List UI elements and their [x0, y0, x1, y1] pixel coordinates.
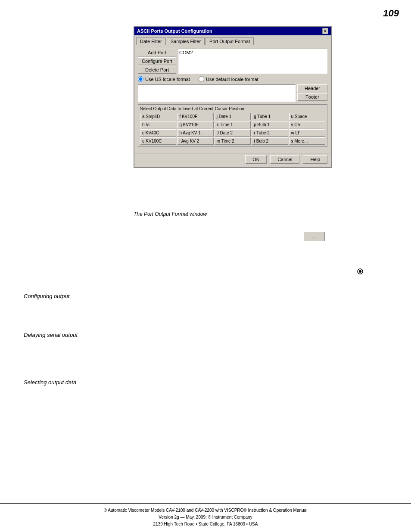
output-data-group: Select Output Data to Insert at Current …	[138, 104, 327, 147]
section-delaying: Delaying serial output	[24, 332, 78, 338]
format-textarea[interactable]	[138, 84, 296, 102]
port-row: Add Port Configure Port Delete Port COM2	[138, 49, 327, 74]
output-btn-kv100f[interactable]: f KV100F	[177, 113, 213, 120]
add-port-button[interactable]: Add Port	[138, 49, 176, 56]
help-button[interactable]: Help	[303, 155, 327, 164]
dialog-bottom: OK Cancel Help	[134, 153, 331, 167]
radio-us-input[interactable]	[138, 76, 143, 82]
output-btn-bulb2[interactable]: t Bulb 2	[252, 137, 288, 145]
close-button[interactable]: ×	[322, 28, 328, 34]
section-configuring: Configuring output	[24, 293, 69, 299]
port-listbox-value: COM2	[179, 50, 326, 55]
dialog-content: Add Port Configure Port Delete Port COM2…	[134, 45, 331, 153]
output-btn-avgkv2[interactable]: i Avg KV 2	[177, 137, 213, 145]
port-listbox[interactable]: COM2	[178, 49, 327, 74]
output-btn-vi[interactable]: b Vi	[140, 121, 176, 128]
section-selecting: Selecting output data	[24, 379, 76, 386]
output-group-label: Select Output Data to Insert at Current …	[140, 106, 325, 111]
header-footer-area: Header Footer	[138, 84, 327, 102]
tab-port-output-format[interactable]: Port Output Format	[206, 37, 254, 45]
delete-port-button[interactable]: Delete Port	[138, 66, 176, 74]
output-btn-tube2[interactable]: r Tube 2	[252, 129, 288, 137]
tab-date-filter[interactable]: Date Filter	[136, 37, 166, 45]
footer-line2: Version 2g — May, 2009; ® Instrument Com…	[0, 514, 411, 521]
output-btn-bulb1[interactable]: p Bulb 1	[252, 121, 288, 128]
radio-default-label[interactable]: Use default locale format	[199, 76, 258, 82]
dialog-caption: The Port Output Format window	[134, 211, 207, 217]
port-buttons: Add Port Configure Port Delete Port	[138, 49, 176, 74]
footer-button[interactable]: Footer	[297, 93, 327, 101]
footer-line3: 2139 High Tech Road • State College, PA …	[0, 521, 411, 528]
radio-row: Use US locale format Use default locale …	[138, 76, 327, 82]
svg-point-1	[359, 270, 361, 273]
ellipsis-button[interactable]: ...	[303, 232, 325, 241]
output-btn-space[interactable]: u Space	[289, 113, 325, 120]
tab-samples-filter[interactable]: Samples Filter	[167, 37, 205, 45]
radio-default-text: Use default locale format	[206, 77, 258, 82]
output-btn-kv210f[interactable]: g KV210F	[177, 121, 213, 128]
radio-us-label[interactable]: Use US locale format	[138, 76, 190, 82]
footer-line1: ® Automatic Viscometer Models CAV-2100 a…	[0, 507, 411, 514]
output-btn-smplid[interactable]: a SmplID	[140, 113, 176, 120]
output-btn-date2[interactable]: J Date 2	[215, 129, 251, 137]
radio-us-text: Use US locale format	[145, 77, 190, 82]
output-btn-lf[interactable]: w LF	[289, 129, 325, 137]
dialog-titlebar: ASCII Ports Output Configuration ×	[134, 27, 331, 35]
output-btn-avgkv1[interactable]: h Avg KV 1	[177, 129, 213, 137]
header-button[interactable]: Header	[297, 84, 327, 92]
output-btn-kv40c[interactable]: c KV40C	[140, 129, 176, 137]
dialog-tabs: Date Filter Samples Filter Port Output F…	[134, 35, 331, 45]
radio-default-input[interactable]	[199, 76, 204, 82]
dialog-title: ASCII Ports Output Configuration	[137, 28, 212, 34]
output-btn-time1[interactable]: k Time 1	[215, 121, 251, 128]
ascii-dialog: ASCII Ports Output Configuration × Date …	[134, 26, 332, 168]
output-btn-tube1[interactable]: g Tube 1	[252, 113, 288, 120]
ok-button[interactable]: OK	[245, 155, 267, 164]
header-footer-buttons: Header Footer	[297, 84, 327, 102]
page-footer: ® Automatic Viscometer Models CAV-2100 a…	[0, 503, 411, 532]
output-btn-date1[interactable]: j Date 1	[215, 113, 251, 120]
output-btn-kv100c[interactable]: e KV100C	[140, 137, 176, 145]
output-grid: a SmplID f KV100F j Date 1 g Tube 1 u Sp…	[140, 113, 325, 145]
cancel-button[interactable]: Cancel	[270, 155, 299, 164]
output-btn-more[interactable]: s More...	[289, 137, 325, 145]
dialog-wrapper: ASCII Ports Output Configuration × Date …	[134, 26, 332, 168]
output-btn-time2[interactable]: m Time 2	[215, 137, 251, 145]
radio-icon	[357, 268, 364, 275]
configure-port-button[interactable]: Configure Port	[138, 57, 176, 65]
page-number: 109	[383, 8, 399, 19]
output-btn-cr[interactable]: v CR	[289, 121, 325, 128]
